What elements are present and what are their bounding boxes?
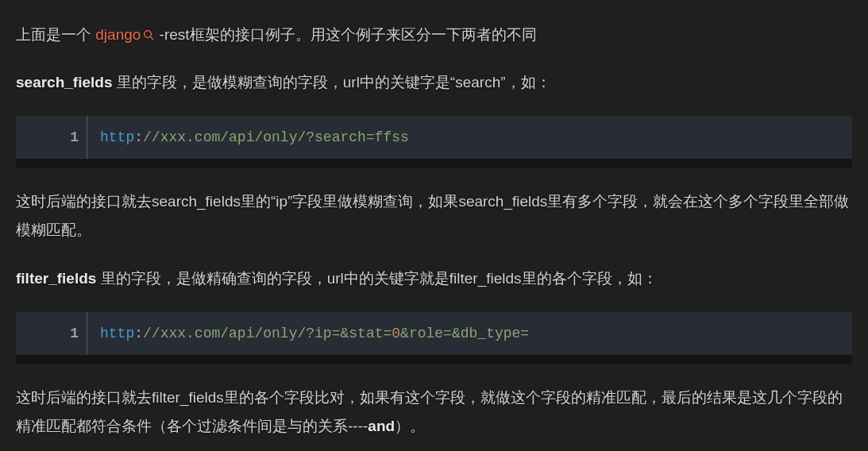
code-token: //xxx.com/api/only/?ip=&stat= [143,326,392,341]
paragraph-search-explain: 这时后端的接口就去search_fields里的“ip”字段里做模糊查询，如果s… [16,187,852,245]
tag-text: django [95,21,141,49]
paragraph-filter-fields: filter_fields 里的字段，是做精确查询的字段，url中的关键字就是f… [16,264,852,293]
code-block-1: 1 http://xxx.com/api/only/?search=ffss [16,116,852,159]
bold-label: search_fields [16,74,112,91]
code-content[interactable]: http://xxx.com/api/only/?ip=&stat=0&role… [16,312,852,355]
svg-point-0 [145,31,152,38]
bold-label: filter_fields [16,270,96,287]
code-token: &role=&db_type= [400,326,529,341]
code-token: http [100,129,134,145]
code-gutter: 1 [16,116,87,159]
code-content[interactable]: http://xxx.com/api/only/?search=ffss [16,116,852,159]
paragraph-filter-explain: 这时后端的接口就去filter_fields里的各个字段比对，如果有这个字段，就… [16,384,852,441]
text: -rest框架的接口例子。用这个例子来区分一下两者的不同 [155,26,536,43]
article-body: 上面是一个 django -rest框架的接口例子。用这个例子来区分一下两者的不… [0,0,868,451]
svg-line-1 [150,37,153,40]
text: 上面是一个 [16,26,95,43]
code-token: : [134,129,143,145]
text: 这时后端的接口就去filter_fields里的各个字段比对，如果有这个字段，就… [16,389,843,434]
bold-label: and [368,418,395,434]
tag-link-django[interactable]: django [95,21,155,49]
code-token: : [134,326,143,341]
code-token: 0 [392,326,400,341]
text: 里的字段，是做精确查询的字段，url中的关键字就是filter_fields里的… [96,270,657,287]
code-token: http [100,326,134,341]
line-number: 1 [70,320,79,347]
code-token: //xxx.com/api/only/?search=ffss [143,129,409,145]
paragraph-search-fields: search_fields 里的字段，是做模糊查询的字段，url中的关键字是“s… [16,68,852,97]
line-number: 1 [70,124,79,151]
text: 里的字段，是做模糊查询的字段，url中的关键字是“search”，如： [112,74,550,91]
code-shadow [16,159,852,168]
search-icon [142,29,155,41]
code-shadow [16,355,852,364]
code-block-2: 1 http://xxx.com/api/only/?ip=&stat=0&ro… [16,312,852,355]
code-gutter: 1 [16,312,87,355]
text: ）。 [395,418,425,434]
paragraph-intro: 上面是一个 django -rest框架的接口例子。用这个例子来区分一下两者的不… [16,21,852,49]
